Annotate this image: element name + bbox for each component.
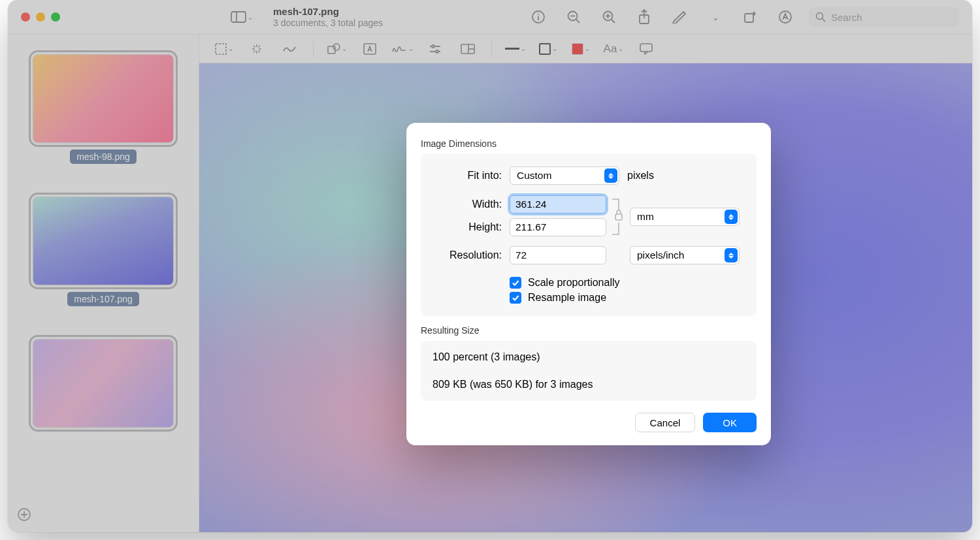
resolution-unit-select[interactable]: pixels/inch [630, 246, 740, 264]
thumbnail-2[interactable]: mesh-107.png [20, 197, 187, 306]
image-dimensions-heading: Image Dimensions [421, 138, 757, 149]
thumbnail-image-3 [33, 339, 174, 428]
svg-line-6 [576, 20, 580, 23]
search-icon [815, 12, 826, 22]
info-button[interactable] [527, 7, 550, 27]
resolution-unit-value: pixels/inch [637, 249, 684, 261]
search-placeholder: Search [831, 12, 862, 23]
sidebar-toggle-button[interactable]: ⌄ [230, 7, 253, 27]
fit-into-label: Fit into: [433, 170, 502, 182]
preview-window: ⌄ mesh-107.png 3 documents, 3 total page… [8, 0, 972, 532]
result-percent-text: 100 percent (3 images) [433, 351, 745, 363]
svg-line-22 [253, 46, 255, 48]
window-controls [21, 12, 60, 22]
rotate-button[interactable] [738, 7, 762, 27]
scale-proportionally-label: Scale proportionally [528, 277, 620, 289]
adjust-size-dialog: Image Dimensions Fit into: Custom pixels… [406, 123, 771, 445]
svg-line-16 [823, 19, 826, 22]
minimize-window-button[interactable] [36, 12, 45, 22]
result-filesize-text: 809 KB (was 650 KB) for 3 images [433, 379, 745, 390]
resample-image-label: Resample image [528, 292, 606, 304]
width-input[interactable] [510, 195, 606, 214]
svg-rect-17 [216, 44, 226, 54]
instant-alpha-tool[interactable] [245, 39, 269, 59]
svg-point-32 [436, 50, 438, 53]
resample-image-checkbox[interactable]: Resample image [510, 292, 745, 304]
file-title: mesh-107.png [273, 6, 383, 18]
search-field[interactable]: Search [809, 7, 959, 27]
text-tool[interactable] [358, 39, 382, 59]
dimension-unit-select[interactable]: mm [630, 208, 740, 226]
adjust-size-tool[interactable] [456, 39, 480, 59]
title-block: mesh-107.png 3 documents, 3 total pages [273, 6, 383, 29]
svg-point-3 [538, 14, 539, 15]
thumbnail-1[interactable]: mesh-98.png [20, 54, 187, 164]
fit-into-select[interactable]: Custom [510, 167, 619, 185]
fit-into-value: Custom [517, 170, 551, 182]
markup-toolbar-button[interactable] [774, 7, 797, 27]
line-style-tool[interactable]: ⌄ [504, 39, 527, 59]
svg-line-24 [253, 50, 255, 52]
height-label: Height: [433, 221, 502, 233]
zoom-in-button[interactable] [597, 7, 621, 27]
lock-aspect-icon[interactable] [609, 195, 627, 238]
svg-rect-36 [640, 44, 652, 52]
cancel-button[interactable]: Cancel [635, 413, 696, 432]
dimension-unit-value: mm [637, 211, 654, 223]
sketch-tool[interactable] [278, 39, 301, 59]
zoom-window-button[interactable] [51, 12, 60, 22]
svg-line-23 [259, 50, 261, 52]
svg-line-25 [259, 46, 261, 48]
file-subtitle: 3 documents, 3 total pages [273, 18, 383, 29]
svg-point-27 [333, 44, 340, 50]
svg-line-9 [612, 20, 615, 23]
annotate-tool[interactable] [634, 39, 658, 59]
resolution-label: Resolution: [433, 249, 502, 261]
markup-toolbar: ⌄ ⌄ ⌄ ⌄ ⌄ ⌄ Aa⌄ [199, 35, 972, 63]
resolution-input[interactable] [510, 246, 606, 264]
shapes-tool[interactable]: ⌄ [325, 39, 349, 59]
thumbnail-label-1: mesh-98.png [70, 150, 137, 164]
fill-color-tool[interactable]: ⌄ [569, 39, 593, 59]
markup-dropdown[interactable]: ⌄ [703, 7, 727, 27]
fit-into-unit-label: pixels [627, 170, 654, 182]
select-arrows-icon [725, 248, 738, 262]
sign-tool[interactable]: ⌄ [391, 39, 414, 59]
markup-button[interactable] [668, 7, 691, 27]
checkbox-checked-icon [510, 292, 521, 304]
scale-proportionally-checkbox[interactable]: Scale proportionally [510, 277, 745, 289]
thumbnail-3[interactable] [20, 339, 187, 428]
close-window-button[interactable] [21, 12, 30, 22]
checkbox-checked-icon [510, 277, 521, 289]
ok-button[interactable]: OK [703, 413, 757, 432]
select-arrows-icon [604, 168, 617, 183]
text-style-tool[interactable]: Aa⌄ [602, 39, 625, 59]
selection-tool[interactable]: ⌄ [212, 39, 236, 59]
zoom-out-button[interactable] [562, 7, 585, 27]
svg-rect-13 [745, 14, 753, 22]
width-label: Width: [433, 199, 502, 210]
thumbnail-label-2: mesh-107.png [67, 292, 139, 306]
add-page-button[interactable] [17, 507, 31, 524]
titlebar: ⌄ mesh-107.png 3 documents, 3 total page… [8, 0, 972, 35]
select-arrows-icon [725, 210, 738, 224]
svg-rect-0 [231, 12, 246, 22]
image-dimensions-panel: Fit into: Custom pixels Width: Height: [421, 153, 757, 316]
thumbnail-image-1 [33, 54, 174, 143]
thumbnail-image-2 [33, 197, 174, 285]
share-button[interactable] [632, 7, 656, 27]
svg-point-15 [817, 13, 823, 20]
thumbnail-sidebar: mesh-98.png mesh-107.png [8, 35, 199, 532]
svg-rect-40 [615, 214, 622, 220]
border-color-tool[interactable]: ⌄ [536, 39, 560, 59]
height-input[interactable] [510, 218, 606, 236]
adjust-color-tool[interactable] [423, 39, 447, 59]
svg-point-30 [432, 45, 434, 48]
resulting-size-heading: Resulting Size [421, 325, 757, 336]
resulting-size-panel: 100 percent (3 images) 809 KB (was 650 K… [421, 341, 757, 401]
